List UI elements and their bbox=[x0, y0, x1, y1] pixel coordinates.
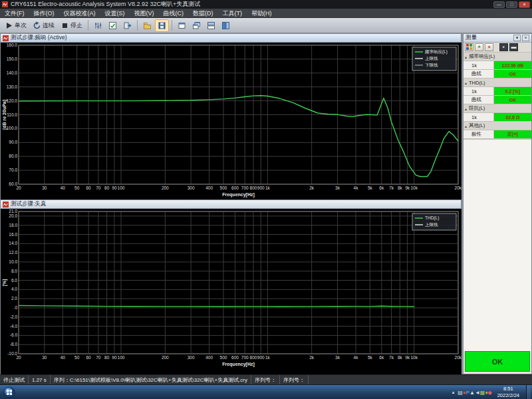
svg-text:700: 700 bbox=[241, 355, 249, 360]
svg-text:-2.0: -2.0 bbox=[10, 315, 18, 319]
svg-text:70: 70 bbox=[96, 355, 101, 360]
svg-text:80.0: 80.0 bbox=[9, 154, 17, 158]
svg-text:60: 60 bbox=[86, 355, 92, 360]
pane-icon bbox=[3, 201, 9, 207]
x-axis-title: Frequency[Hz] bbox=[222, 362, 255, 367]
usb-eject-icon[interactable]: ▲ bbox=[469, 390, 475, 396]
svg-text:9k: 9k bbox=[405, 186, 410, 190]
svg-text:300: 300 bbox=[188, 186, 195, 190]
title-bar[interactable]: CRY6151 Electro-acoustic Analysis System… bbox=[0, 0, 532, 9]
menu-item-5[interactable]: 视图(V) bbox=[130, 9, 159, 18]
close-button[interactable]: × bbox=[519, 1, 530, 8]
action-center-icon[interactable]: ◆ bbox=[487, 390, 491, 396]
measure-label: 1k bbox=[464, 87, 494, 95]
volume-icon[interactable]: ◄ bbox=[475, 390, 480, 396]
svg-text:300: 300 bbox=[188, 355, 195, 360]
panel-section-4[interactable]: ▴其他(L) bbox=[464, 122, 531, 130]
menu-item-3[interactable]: 仪器校准(A) bbox=[59, 9, 100, 18]
panel-filler bbox=[464, 139, 531, 351]
measure-row: 1k0.2 [%] bbox=[464, 87, 531, 96]
svg-text:2.0: 2.0 bbox=[11, 296, 17, 301]
menu-item-7[interactable]: 数据(D) bbox=[188, 9, 218, 18]
open-folder-icon bbox=[143, 21, 152, 30]
svg-text:上限线: 上限线 bbox=[425, 222, 438, 227]
run-single-button[interactable]: 单次 bbox=[2, 19, 29, 32]
save-icon bbox=[158, 21, 166, 30]
measure-value: 32.8 Ω bbox=[494, 113, 531, 121]
svg-text:20.0: 20.0 bbox=[9, 213, 17, 218]
panel-close-button[interactable]: × bbox=[522, 35, 529, 41]
section-label: 阻抗(L) bbox=[469, 105, 485, 112]
panel-pin-button[interactable]: ▾ bbox=[513, 35, 521, 41]
run-continuous-button[interactable]: 连续 bbox=[30, 19, 57, 32]
svg-text:THD(L): THD(L) bbox=[425, 215, 439, 221]
app-icon bbox=[2, 1, 8, 7]
language-bar-icon[interactable]: ▤ bbox=[458, 390, 463, 396]
palette-icon[interactable] bbox=[465, 43, 473, 51]
svg-text:上限线: 上限线 bbox=[425, 56, 438, 61]
menu-item-2[interactable]: 操作(O) bbox=[29, 9, 59, 18]
show-desktop-button[interactable] bbox=[526, 385, 531, 399]
svg-text:500: 500 bbox=[220, 355, 227, 360]
tray-expand-icon[interactable]: ▴ bbox=[451, 390, 456, 395]
save-button[interactable] bbox=[155, 19, 169, 32]
svg-text:下限线: 下限线 bbox=[425, 63, 438, 67]
svg-text:100: 100 bbox=[118, 186, 125, 190]
maximize-button[interactable]: □ bbox=[506, 1, 517, 8]
svg-text:150.0: 150.0 bbox=[7, 57, 18, 61]
stop-button[interactable]: 停止 bbox=[58, 19, 85, 32]
expand-all-button[interactable]: ▪ bbox=[499, 43, 508, 51]
svg-text:20: 20 bbox=[16, 186, 21, 190]
add-item-button[interactable]: + bbox=[475, 43, 483, 51]
pane-title-distortion[interactable]: 测试步骤:失真 bbox=[1, 200, 461, 209]
test-config-button[interactable] bbox=[106, 19, 120, 32]
svg-text:8k: 8k bbox=[398, 186, 403, 190]
svg-text:160.0: 160.0 bbox=[7, 43, 18, 47]
pane-title-frequency-response[interactable]: 测试步骤:频响 (Active) bbox=[1, 34, 461, 43]
svg-text:4k: 4k bbox=[354, 355, 359, 360]
open-button[interactable] bbox=[140, 19, 154, 32]
svg-text:4k: 4k bbox=[354, 186, 359, 190]
svg-text:频率响应(L): 频率响应(L) bbox=[424, 49, 448, 55]
start-button[interactable] bbox=[3, 386, 15, 398]
export-button[interactable] bbox=[120, 19, 134, 32]
stop-icon bbox=[61, 21, 69, 30]
svg-text:80: 80 bbox=[104, 186, 110, 190]
measure-panel-toolbar: + × ▪ ▬ bbox=[464, 43, 531, 53]
svg-text:140.0: 140.0 bbox=[7, 70, 18, 75]
tile-horizontal-button[interactable] bbox=[204, 19, 218, 32]
cascade-windows-button[interactable] bbox=[190, 19, 203, 32]
panel-section-2[interactable]: ▴THD(L) bbox=[464, 78, 531, 87]
panel-section-1[interactable]: ▴频率响应(L) bbox=[464, 53, 531, 61]
collapse-icon: ▴ bbox=[465, 124, 467, 128]
clock-time: 8:51 bbox=[497, 386, 519, 392]
collapse-icon: ▴ bbox=[465, 80, 467, 85]
menu-item-6[interactable]: 曲线(C) bbox=[159, 9, 189, 18]
distortion-pane: 测试步骤:失真 20304050607080901002003004005006… bbox=[0, 200, 462, 374]
new-window-icon bbox=[178, 21, 186, 30]
measure-panel-header[interactable]: 测量 ▾ × bbox=[464, 34, 531, 43]
new-window-button[interactable] bbox=[175, 19, 189, 32]
svg-text:6k: 6k bbox=[379, 186, 384, 190]
run-single-label: 单次 bbox=[15, 21, 27, 30]
loop-icon bbox=[33, 21, 41, 30]
calibration-button[interactable] bbox=[91, 19, 105, 32]
collapse-all-button[interactable]: ▬ bbox=[509, 43, 518, 51]
menu-item-9[interactable]: 帮助(H) bbox=[247, 9, 277, 18]
measure-row: 曲线OK bbox=[464, 96, 531, 104]
measure-row: 极性正(+) bbox=[464, 130, 531, 139]
svg-text:1k: 1k bbox=[265, 186, 271, 190]
windows-orb-icon bbox=[3, 386, 15, 398]
tile-vertical-button[interactable] bbox=[219, 19, 233, 32]
panel-section-3[interactable]: ▴阻抗(L) bbox=[464, 104, 531, 113]
svg-text:60.0: 60.0 bbox=[9, 182, 17, 186]
menu-item-1[interactable]: 文件(F) bbox=[0, 9, 29, 18]
minimize-button[interactable]: — bbox=[493, 1, 505, 8]
taskbar-clock[interactable]: 8:51 2022/2/24 bbox=[494, 386, 523, 398]
measure-label: 1k bbox=[464, 113, 494, 121]
delete-item-button[interactable]: × bbox=[485, 43, 493, 51]
collapse-icon: ▴ bbox=[465, 106, 467, 111]
menu-item-8[interactable]: 工具(T) bbox=[218, 9, 247, 18]
svg-text:200: 200 bbox=[162, 186, 169, 190]
menu-item-4[interactable]: 设置(S) bbox=[100, 9, 130, 18]
